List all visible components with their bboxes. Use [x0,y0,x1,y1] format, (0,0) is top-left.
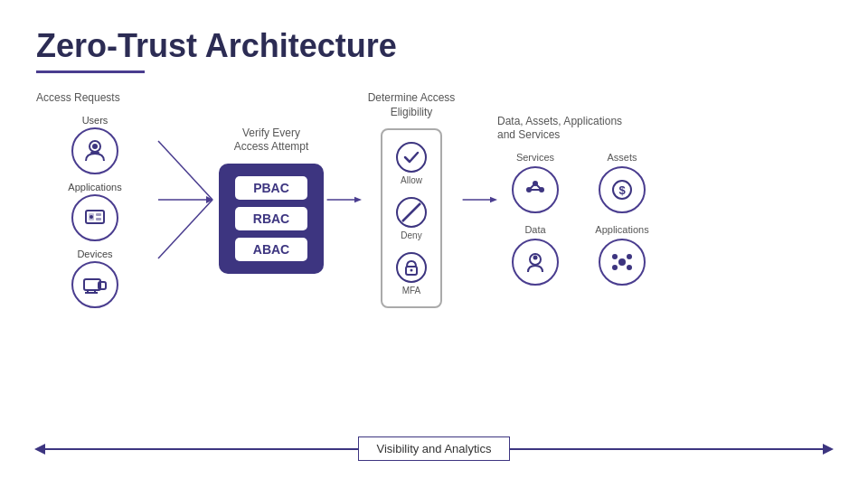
bottom-line-left [36,448,358,450]
mfa-label: MFA [402,286,421,296]
eligibility-allow: Allow [395,141,428,185]
svg-marker-18 [354,197,362,202]
col-policy: Verify Every Access Attempt PBAC RBAC AB… [217,127,326,274]
svg-marker-26 [490,197,497,202]
policy-label: Verify Every Access Attempt [234,127,309,155]
svg-point-40 [612,265,618,270]
applications-res-icon [599,239,646,286]
users-icon-circle [71,127,118,174]
eligibility-deny: Deny [395,196,428,240]
svg-text:$: $ [618,183,626,197]
svg-line-15 [158,200,212,258]
applications-icon-circle [71,194,118,241]
page-title: Zero-Trust Architecture [36,27,832,65]
svg-point-24 [410,269,413,272]
assets-label: Assets [607,152,637,163]
svg-point-1 [92,144,98,149]
svg-point-37 [618,258,626,266]
arrow-policy-eligibility [326,191,362,209]
access-item-devices: Devices [68,249,121,308]
svg-marker-43 [823,444,834,455]
eligibility-box: Allow Deny [381,128,442,308]
assets-icon: $ [599,166,646,213]
svg-rect-2 [90,152,99,154]
deny-label: Deny [401,230,421,240]
resource-applications: Applications [584,224,660,286]
svg-marker-42 [34,444,45,455]
devices-icon-circle [71,261,118,308]
services-label: Services [516,152,554,163]
title-underline [36,70,145,73]
policy-tag-rbac: RBAC [235,207,307,230]
access-label: Access Requests [36,91,154,106]
access-item-users: Users [68,115,121,174]
applications-label: Applications [68,182,121,192]
resource-services: Services [497,152,573,213]
eligibility-mfa: MFA [395,251,428,296]
policy-tag-abac: ABAC [235,238,307,261]
col-resources: Data, Assets, Applications and Services … [497,115,678,286]
svg-point-19 [397,143,426,172]
page: Zero-Trust Architecture Access Requests … [0,0,868,488]
bottom-line-right [510,448,832,450]
svg-rect-6 [96,218,101,221]
data-label: Data [524,224,545,235]
col-eligibility: Determine Access Eligibility Allow [362,91,461,308]
devices-label: Devices [77,249,112,259]
services-icon [512,166,559,213]
diagram: Access Requests Users [36,91,832,308]
funnel-connector [154,109,217,290]
svg-point-41 [627,265,632,270]
allow-label: Allow [401,175,422,185]
visibility-label: Visibility and Analytics [358,436,511,461]
resource-data: Data [497,224,573,286]
svg-point-36 [533,255,538,259]
access-item-applications: Applications [68,182,121,241]
access-items: Users Applications [68,115,121,308]
data-icon [512,239,559,286]
svg-rect-5 [96,213,101,216]
svg-point-38 [612,254,618,259]
eligibility-label: Determine Access Eligibility [362,91,461,119]
svg-line-32 [535,183,542,190]
users-label: Users [82,115,108,126]
arrow-eligibility-resources [461,191,497,209]
svg-line-13 [158,141,212,200]
resources-label: Data, Assets, Applications and Services [497,115,622,143]
col-access: Access Requests Users [36,91,154,308]
visibility-bar: Visibility and Analytics [36,436,832,461]
policy-tag-pbac: PBAC [235,176,307,200]
svg-line-31 [529,183,535,190]
resource-assets: Assets $ [584,152,660,213]
svg-point-39 [627,254,632,259]
svg-line-21 [402,203,420,221]
policy-box: PBAC RBAC ABAC [219,164,324,274]
applications-res-label: Applications [595,224,648,235]
resources-grid: Services Assets [497,152,660,286]
svg-point-7 [90,215,93,219]
